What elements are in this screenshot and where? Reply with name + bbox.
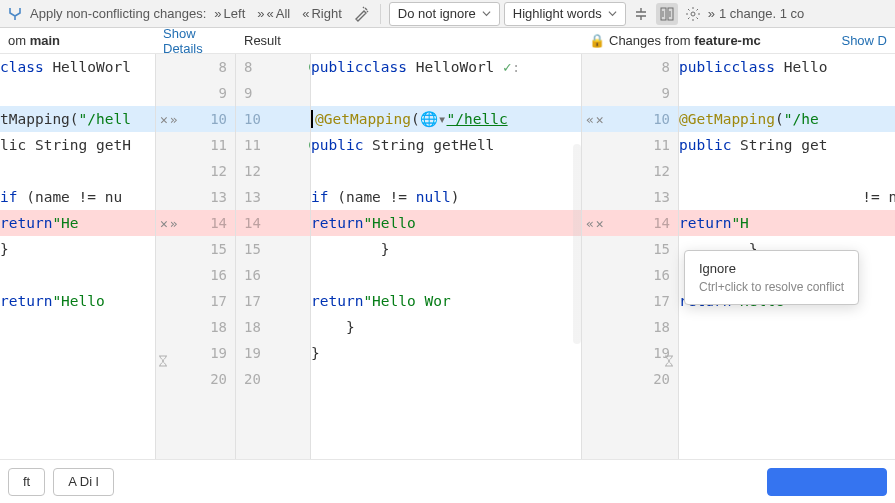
chevrons-right-icon[interactable]: » xyxy=(708,6,715,21)
left-pane[interactable]: class HelloWorltMapping("/helllic String… xyxy=(0,54,155,459)
collapse-icon[interactable] xyxy=(630,3,652,25)
code-line[interactable]: lic String getH xyxy=(0,132,155,158)
show-details-left[interactable]: Show Details xyxy=(163,26,228,56)
code-line[interactable]: } xyxy=(311,314,581,340)
chevrons-left-icon: « xyxy=(302,6,309,21)
code-line[interactable]: if (name != null) xyxy=(311,184,581,210)
code-line[interactable]: public class HelloWorl ✓ : xyxy=(311,54,581,80)
chevrons-right-icon: » xyxy=(214,6,221,21)
apply-left-icon: « xyxy=(586,216,594,231)
gutter-line: 8 xyxy=(156,54,235,80)
code-line[interactable]: return "He xyxy=(0,210,155,236)
chevrons-left-icon: « xyxy=(267,6,274,21)
gutter-line: 15 xyxy=(582,236,678,262)
code-line[interactable]: class HelloWorl xyxy=(0,54,155,80)
code-line[interactable]: return "H xyxy=(679,210,895,236)
code-line[interactable]: } xyxy=(311,236,581,262)
left-branch-label: om main xyxy=(8,33,60,48)
hourglass-icon xyxy=(156,354,170,368)
apply-primary-button[interactable] xyxy=(767,468,887,496)
scrollbar[interactable] xyxy=(573,144,581,344)
code-line[interactable]: tMapping("/hell xyxy=(0,106,155,132)
code-line[interactable] xyxy=(0,262,155,288)
gutter-line: 9 xyxy=(582,80,678,106)
code-line[interactable]: != n xyxy=(679,184,895,210)
result-label: Result xyxy=(244,33,281,48)
merge-tool-icon[interactable] xyxy=(4,3,26,25)
sync-scroll-icon[interactable] xyxy=(656,3,678,25)
code-line[interactable] xyxy=(0,80,155,106)
ignore-dropdown[interactable]: Do not ignore xyxy=(389,2,500,26)
code-line[interactable]: @GetMapping(🌐▾"/hellc xyxy=(311,106,581,132)
code-line[interactable] xyxy=(311,158,581,184)
lock-icon: 🔒 xyxy=(589,33,605,48)
gutter-line: « ✕14 xyxy=(582,210,678,236)
tooltip-title: Ignore xyxy=(699,261,844,276)
apply-all-button[interactable]: »« All xyxy=(253,3,294,25)
magic-resolve-icon[interactable] xyxy=(350,3,372,25)
tooltip-hint: Ctrl+click to resolve conflict xyxy=(699,280,844,294)
code-line[interactable]: } xyxy=(311,340,581,366)
gutter-line: 20 xyxy=(156,366,235,392)
code-line[interactable]: public String getHell xyxy=(311,132,581,158)
bottom-button-1[interactable]: ft xyxy=(8,468,45,496)
code-line[interactable]: } xyxy=(0,236,155,262)
gutter-line: 17 xyxy=(236,288,310,314)
separator xyxy=(380,4,381,24)
show-details-right[interactable]: Show D xyxy=(841,33,887,48)
gutter-line: 15 xyxy=(156,236,235,262)
apply-right-icon: » xyxy=(170,216,178,231)
gutter-actions[interactable]: « ✕ xyxy=(586,112,604,127)
merge-panes: class HelloWorltMapping("/helllic String… xyxy=(0,54,895,459)
left-gutter: 89✕ »10111213✕ »14151617181920 xyxy=(155,54,236,459)
gutter-line: 8 xyxy=(582,54,678,80)
ignore-x-icon: ✕ xyxy=(160,112,168,127)
gutter-line: 11 xyxy=(156,132,235,158)
code-line[interactable]: return "Hello xyxy=(0,288,155,314)
gutter-line: 12 xyxy=(236,158,310,184)
code-line[interactable]: public String get xyxy=(679,132,895,158)
bottom-button-2[interactable]: A Di l xyxy=(53,468,113,496)
hourglass-icon xyxy=(662,354,676,368)
gutter-actions[interactable]: ✕ » xyxy=(160,112,178,127)
gutter-line: 14 xyxy=(236,210,310,236)
code-line[interactable]: return "Hello xyxy=(311,210,581,236)
code-line[interactable] xyxy=(679,158,895,184)
btn-label: A Di l xyxy=(68,474,98,489)
gutter-line: 11 xyxy=(582,132,678,158)
check-icon: ✓ xyxy=(503,54,512,80)
code-line[interactable] xyxy=(311,262,581,288)
gutter-line: 8 xyxy=(236,54,310,80)
right-gutter: 89« ✕10111213« ✕14151617181920 xyxy=(581,54,679,459)
code-line[interactable]: return "Hello Wor xyxy=(311,288,581,314)
gutter-line: 17 xyxy=(582,288,678,314)
apply-left-button[interactable]: » Left xyxy=(210,3,249,25)
branch-bar: om main Show Details Result 🔒Changes fro… xyxy=(0,28,895,54)
gutter-line: 15 xyxy=(236,236,310,262)
ignore-tooltip: Ignore Ctrl+click to resolve conflict xyxy=(684,250,859,305)
highlight-dropdown[interactable]: Highlight words xyxy=(504,2,626,26)
changes-count-label: 1 change. 1 co xyxy=(719,6,804,21)
code-line[interactable] xyxy=(311,366,581,392)
code-line[interactable] xyxy=(0,158,155,184)
ignore-x-icon: ✕ xyxy=(596,112,604,127)
highlight-dd-label: Highlight words xyxy=(513,6,602,21)
gutter-line: 10 xyxy=(236,106,310,132)
gutter-line: 18 xyxy=(156,314,235,340)
btn-label: ft xyxy=(23,474,30,489)
gutter-actions[interactable]: ✕ » xyxy=(160,216,178,231)
gutter-line: 12 xyxy=(156,158,235,184)
apply-right-button[interactable]: « Right xyxy=(298,3,346,25)
code-line[interactable]: public class Hello xyxy=(679,54,895,80)
code-line[interactable] xyxy=(679,80,895,106)
gutter-actions[interactable]: « ✕ xyxy=(586,216,604,231)
gutter-line: 12 xyxy=(582,158,678,184)
code-line[interactable]: if (name != nu xyxy=(0,184,155,210)
gutter-line: 13 xyxy=(236,184,310,210)
code-line[interactable] xyxy=(311,80,581,106)
change-nav: » 1 change. 1 co xyxy=(708,6,805,21)
settings-gear-icon[interactable] xyxy=(682,3,704,25)
ignore-x-icon: ✕ xyxy=(160,216,168,231)
code-line[interactable]: @GetMapping("/he xyxy=(679,106,895,132)
middle-pane[interactable]: public class HelloWorl ✓ : @GetMapping(🌐… xyxy=(311,54,581,459)
